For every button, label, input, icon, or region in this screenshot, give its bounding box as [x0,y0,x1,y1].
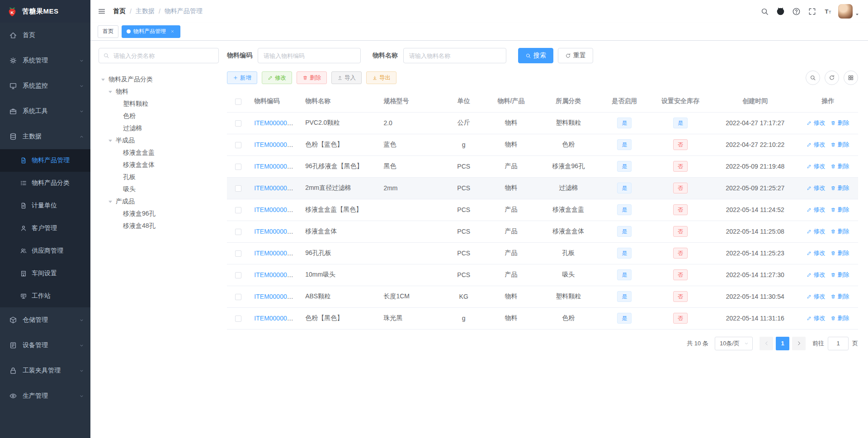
tree-node[interactable]: 产成品 [99,195,219,207]
goto-page-input[interactable] [828,337,849,350]
row-checkbox[interactable] [235,142,241,148]
row-edit-button[interactable]: 修改 [807,162,825,170]
sidebar-item-system-tools[interactable]: 系统工具 [0,99,90,124]
row-checkbox[interactable] [235,185,241,192]
tree-node[interactable]: 移液盒48孔 [99,220,219,232]
row-edit-button[interactable]: 修改 [807,314,825,322]
material-code-link[interactable]: ITEM00000046 [254,163,297,170]
row-delete-button[interactable]: 删除 [830,206,849,214]
search-button[interactable]: 搜索 [518,48,553,63]
sidebar-item-production-mgmt[interactable]: 生产管理 [0,383,90,409]
breadcrumb-item[interactable]: 首页 [113,7,126,15]
fullscreen-icon[interactable] [806,5,819,18]
row-checkbox[interactable] [235,207,241,213]
avatar[interactable] [838,4,853,19]
page-number-button[interactable]: 1 [776,337,789,350]
question-icon[interactable] [790,5,803,18]
prev-page-button[interactable] [760,337,773,350]
edit-button[interactable]: 修改 [262,71,292,84]
row-delete-button[interactable]: 删除 [830,314,849,322]
sidebar-item-fixture-mgmt[interactable]: 工装夹具管理 [0,358,90,383]
row-delete-button[interactable]: 删除 [830,249,849,257]
reset-button[interactable]: 重置 [558,48,593,63]
row-checkbox[interactable] [235,120,241,127]
page-size-select[interactable]: 10条/页 [715,337,753,350]
row-edit-button[interactable]: 修改 [807,141,825,149]
row-delete-button[interactable]: 删除 [830,184,849,192]
add-button[interactable]: 新增 [227,71,257,84]
font-size-icon[interactable]: TT [821,5,835,18]
tree-node[interactable]: 吸头 [99,183,219,195]
sidebar-item-material-mgmt[interactable]: 物料产品管理 [0,149,90,172]
sidebar-item-workshop-settings[interactable]: 车间设置 [0,262,90,285]
close-icon[interactable] [169,28,175,35]
delete-button[interactable]: 删除 [297,71,327,84]
sidebar-item-system-mgmt[interactable]: 系统管理 [0,48,90,73]
sidebar-item-system-monitor[interactable]: 系统监控 [0,73,90,99]
row-edit-button[interactable]: 修改 [807,206,825,214]
sidebar-item-measure-unit[interactable]: 计量单位 [0,194,90,217]
row-edit-button[interactable]: 修改 [807,184,825,192]
row-delete-button[interactable]: 删除 [830,271,849,279]
select-all-checkbox[interactable] [235,99,241,105]
import-button[interactable]: 导入 [331,71,362,84]
row-edit-button[interactable]: 修改 [807,227,825,235]
sidebar-item-home[interactable]: 首页 [0,23,90,48]
row-edit-button[interactable]: 修改 [807,271,825,279]
material-code-link[interactable]: ITEM00000052 [254,228,297,235]
tree-node[interactable]: 物料及产品分类 [99,73,219,85]
row-checkbox[interactable] [235,250,241,257]
material-code-link[interactable]: ITEM00000037 [254,119,297,127]
tab-material-mgmt[interactable]: 物料产品管理 [122,25,180,38]
row-delete-button[interactable]: 删除 [830,141,849,149]
breadcrumb-item[interactable]: 主数据 [136,7,155,15]
tab-home[interactable]: 首页 [98,25,118,38]
app-logo[interactable]: K 苦糖果MES [0,0,90,23]
row-edit-button[interactable]: 修改 [807,119,825,127]
sidebar-item-customer-mgmt[interactable]: 客户管理 [0,217,90,240]
material-code-link[interactable]: ITEM00000055 [254,293,297,300]
tree-node[interactable]: 色粉 [99,110,219,122]
code-filter-input[interactable] [258,48,361,63]
tree-node[interactable]: 塑料颗粒 [99,98,219,110]
table-refresh-button[interactable] [825,71,839,85]
sidebar-item-supplier-mgmt[interactable]: 供应商管理 [0,240,90,262]
tree-node[interactable]: 移液盒96孔 [99,207,219,220]
tree-node[interactable]: 移液盒盒盖 [99,146,219,159]
sidebar-item-equipment-mgmt[interactable]: 设备管理 [0,333,90,358]
row-delete-button[interactable]: 删除 [830,162,849,170]
row-checkbox[interactable] [235,316,241,322]
row-checkbox[interactable] [235,229,241,235]
next-page-button[interactable] [792,337,806,350]
material-code-link[interactable]: ITEM00000051 [254,206,297,213]
row-delete-button[interactable]: 删除 [830,227,849,235]
material-code-link[interactable]: ITEM00000041 [254,141,297,148]
name-filter-input[interactable] [403,48,506,63]
tree-node[interactable]: 物料 [99,85,219,98]
material-code-link[interactable]: ITEM00000049 [254,184,297,192]
sidebar-item-workstation[interactable]: 工作站 [0,285,90,307]
tree-node[interactable]: 移液盒盒体 [99,159,219,171]
search-icon[interactable] [758,5,771,18]
hamburger-icon[interactable] [98,7,106,15]
category-search-input[interactable] [99,48,219,63]
table-search-toggle-button[interactable] [806,71,820,85]
sidebar-item-master-data[interactable]: 主数据 [0,124,90,149]
row-edit-button[interactable]: 修改 [807,249,825,257]
table-column-settings-button[interactable] [844,71,858,85]
github-icon[interactable] [774,5,787,18]
row-delete-button[interactable]: 删除 [830,119,849,127]
tree-node[interactable]: 孔板 [99,171,219,183]
sidebar-item-warehouse-mgmt[interactable]: 仓储管理 [0,307,90,333]
material-code-link[interactable]: ITEM00000056 [254,315,297,322]
export-button[interactable]: 导出 [366,71,396,84]
row-checkbox[interactable] [235,294,241,300]
row-delete-button[interactable]: 删除 [830,292,849,301]
material-code-link[interactable]: ITEM00000053 [254,250,297,257]
sidebar-item-material-category[interactable]: 物料产品分类 [0,172,90,194]
chevron-down-icon[interactable] [854,12,860,17]
tree-node[interactable]: 过滤棉 [99,122,219,134]
row-checkbox[interactable] [235,272,241,278]
row-edit-button[interactable]: 修改 [807,292,825,301]
row-checkbox[interactable] [235,164,241,170]
